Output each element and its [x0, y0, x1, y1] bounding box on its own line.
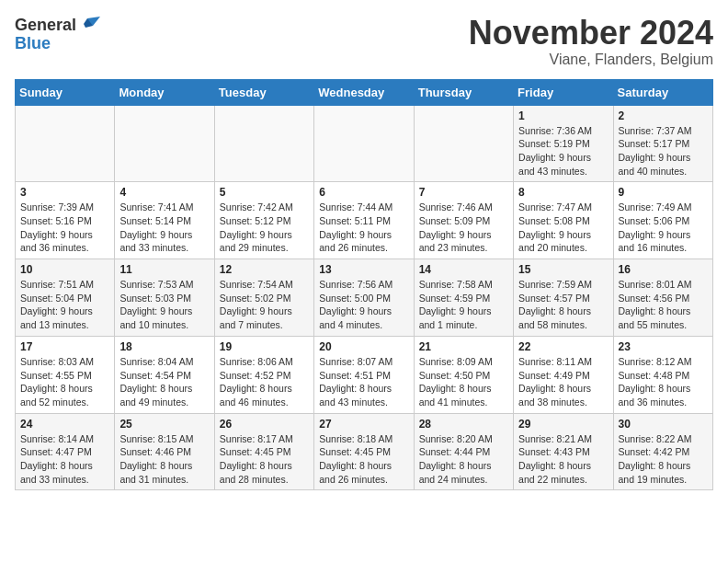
day-info: Sunrise: 8:07 AM Sunset: 4:51 PM Dayligh… — [319, 356, 392, 408]
day-info: Sunrise: 8:22 AM Sunset: 4:42 PM Dayligh… — [619, 433, 692, 485]
day-info: Sunrise: 7:41 AM Sunset: 5:14 PM Dayligh… — [119, 201, 193, 253]
day-number: 13 — [319, 263, 408, 276]
day-info: Sunrise: 7:54 AM Sunset: 5:02 PM Dayligh… — [220, 279, 293, 330]
day-cell: 11Sunrise: 7:53 AM Sunset: 5:03 PM Dayli… — [115, 259, 214, 337]
day-cell: 2Sunrise: 7:37 AM Sunset: 5:17 PM Daylig… — [613, 105, 712, 182]
day-number: 24 — [20, 418, 109, 431]
day-info: Sunrise: 7:51 AM Sunset: 5:04 PM Dayligh… — [20, 279, 94, 330]
calendar-body: 1Sunrise: 7:36 AM Sunset: 5:19 PM Daylig… — [16, 105, 713, 490]
calendar-header: SundayMondayTuesdayWednesdayThursdayFrid… — [16, 79, 713, 105]
day-cell: 28Sunrise: 8:20 AM Sunset: 4:44 PM Dayli… — [414, 413, 513, 490]
day-number: 25 — [119, 418, 209, 431]
day-info: Sunrise: 8:15 AM Sunset: 4:46 PM Dayligh… — [119, 433, 193, 485]
day-cell: 4Sunrise: 7:41 AM Sunset: 5:14 PM Daylig… — [115, 182, 214, 259]
column-header-tuesday: Tuesday — [214, 79, 313, 105]
day-cell — [214, 105, 313, 182]
day-number: 2 — [619, 109, 708, 122]
week-row-1: 1Sunrise: 7:36 AM Sunset: 5:19 PM Daylig… — [16, 105, 713, 182]
logo: General Blue — [15, 15, 100, 52]
day-info: Sunrise: 7:47 AM Sunset: 5:08 PM Dayligh… — [518, 201, 592, 253]
day-number: 1 — [518, 109, 608, 122]
day-number: 7 — [419, 186, 508, 199]
week-row-5: 24Sunrise: 8:14 AM Sunset: 4:47 PM Dayli… — [16, 413, 713, 490]
day-number: 9 — [619, 186, 708, 199]
day-info: Sunrise: 7:42 AM Sunset: 5:12 PM Dayligh… — [220, 201, 293, 253]
day-number: 16 — [619, 263, 708, 276]
day-number: 17 — [20, 340, 109, 353]
day-cell: 24Sunrise: 8:14 AM Sunset: 4:47 PM Dayli… — [16, 413, 115, 490]
day-info: Sunrise: 8:01 AM Sunset: 4:56 PM Dayligh… — [619, 279, 692, 330]
day-cell: 15Sunrise: 7:59 AM Sunset: 4:57 PM Dayli… — [514, 259, 613, 337]
day-number: 28 — [419, 418, 508, 431]
day-number: 14 — [419, 263, 508, 276]
day-cell: 18Sunrise: 8:04 AM Sunset: 4:54 PM Dayli… — [115, 336, 214, 413]
day-cell: 16Sunrise: 8:01 AM Sunset: 4:56 PM Dayli… — [613, 259, 712, 337]
day-cell: 29Sunrise: 8:21 AM Sunset: 4:43 PM Dayli… — [514, 413, 613, 490]
day-info: Sunrise: 7:56 AM Sunset: 5:00 PM Dayligh… — [319, 279, 392, 330]
logo-bird-icon — [80, 15, 100, 35]
day-number: 12 — [220, 263, 309, 276]
column-header-monday: Monday — [115, 79, 214, 105]
header: General Blue November 2024 Viane, Flande… — [15, 15, 713, 68]
day-cell: 5Sunrise: 7:42 AM Sunset: 5:12 PM Daylig… — [214, 182, 313, 259]
day-cell: 6Sunrise: 7:44 AM Sunset: 5:11 PM Daylig… — [314, 182, 414, 259]
day-info: Sunrise: 8:20 AM Sunset: 4:44 PM Dayligh… — [419, 433, 493, 485]
month-title: November 2024 — [469, 15, 713, 52]
day-number: 5 — [220, 186, 309, 199]
day-number: 26 — [220, 418, 309, 431]
day-number: 20 — [319, 340, 408, 353]
day-info: Sunrise: 7:49 AM Sunset: 5:06 PM Dayligh… — [619, 201, 692, 253]
day-number: 21 — [419, 340, 508, 353]
column-header-wednesday: Wednesday — [314, 79, 414, 105]
day-number: 4 — [119, 186, 209, 199]
day-cell: 1Sunrise: 7:36 AM Sunset: 5:19 PM Daylig… — [514, 105, 613, 182]
day-number: 19 — [220, 340, 309, 353]
day-cell — [16, 105, 115, 182]
day-info: Sunrise: 8:04 AM Sunset: 4:54 PM Dayligh… — [119, 356, 193, 408]
day-cell: 12Sunrise: 7:54 AM Sunset: 5:02 PM Dayli… — [214, 259, 313, 337]
day-cell: 14Sunrise: 7:58 AM Sunset: 4:59 PM Dayli… — [414, 259, 513, 337]
day-cell: 9Sunrise: 7:49 AM Sunset: 5:06 PM Daylig… — [613, 182, 712, 259]
day-number: 10 — [20, 263, 109, 276]
column-header-friday: Friday — [514, 79, 613, 105]
day-cell: 27Sunrise: 8:18 AM Sunset: 4:45 PM Dayli… — [314, 413, 414, 490]
day-info: Sunrise: 7:53 AM Sunset: 5:03 PM Dayligh… — [119, 279, 193, 330]
day-cell: 7Sunrise: 7:46 AM Sunset: 5:09 PM Daylig… — [414, 182, 513, 259]
day-info: Sunrise: 8:18 AM Sunset: 4:45 PM Dayligh… — [319, 433, 392, 485]
day-number: 15 — [518, 263, 608, 276]
day-number: 8 — [518, 186, 608, 199]
day-cell: 30Sunrise: 8:22 AM Sunset: 4:42 PM Dayli… — [613, 413, 712, 490]
week-row-2: 3Sunrise: 7:39 AM Sunset: 5:16 PM Daylig… — [16, 182, 713, 259]
day-cell: 25Sunrise: 8:15 AM Sunset: 4:46 PM Dayli… — [115, 413, 214, 490]
day-info: Sunrise: 8:03 AM Sunset: 4:55 PM Dayligh… — [20, 356, 94, 408]
day-cell: 19Sunrise: 8:06 AM Sunset: 4:52 PM Dayli… — [214, 336, 313, 413]
column-header-sunday: Sunday — [16, 79, 115, 105]
day-cell: 22Sunrise: 8:11 AM Sunset: 4:49 PM Dayli… — [514, 336, 613, 413]
calendar-table: SundayMondayTuesdayWednesdayThursdayFrid… — [15, 79, 713, 491]
day-info: Sunrise: 7:44 AM Sunset: 5:11 PM Dayligh… — [319, 201, 392, 253]
column-header-thursday: Thursday — [414, 79, 513, 105]
day-number: 29 — [518, 418, 608, 431]
day-number: 18 — [119, 340, 209, 353]
day-cell: 13Sunrise: 7:56 AM Sunset: 5:00 PM Dayli… — [314, 259, 414, 337]
day-number: 3 — [20, 186, 109, 199]
day-info: Sunrise: 7:36 AM Sunset: 5:19 PM Dayligh… — [518, 125, 592, 177]
day-cell: 3Sunrise: 7:39 AM Sunset: 5:16 PM Daylig… — [16, 182, 115, 259]
day-number: 11 — [119, 263, 209, 276]
logo-general: General — [15, 17, 76, 33]
day-cell: 20Sunrise: 8:07 AM Sunset: 4:51 PM Dayli… — [314, 336, 414, 413]
day-info: Sunrise: 7:46 AM Sunset: 5:09 PM Dayligh… — [419, 201, 493, 253]
day-cell — [414, 105, 513, 182]
day-info: Sunrise: 8:11 AM Sunset: 4:49 PM Dayligh… — [518, 356, 592, 408]
logo-blue: Blue — [15, 35, 51, 52]
day-info: Sunrise: 7:58 AM Sunset: 4:59 PM Dayligh… — [419, 279, 493, 330]
day-cell — [115, 105, 214, 182]
day-number: 30 — [619, 418, 708, 431]
day-number: 27 — [319, 418, 408, 431]
title-area: November 2024 Viane, Flanders, Belgium — [469, 15, 713, 68]
day-cell: 10Sunrise: 7:51 AM Sunset: 5:04 PM Dayli… — [16, 259, 115, 337]
day-cell: 17Sunrise: 8:03 AM Sunset: 4:55 PM Dayli… — [16, 336, 115, 413]
day-info: Sunrise: 8:09 AM Sunset: 4:50 PM Dayligh… — [419, 356, 493, 408]
day-cell: 21Sunrise: 8:09 AM Sunset: 4:50 PM Dayli… — [414, 336, 513, 413]
day-cell: 8Sunrise: 7:47 AM Sunset: 5:08 PM Daylig… — [514, 182, 613, 259]
